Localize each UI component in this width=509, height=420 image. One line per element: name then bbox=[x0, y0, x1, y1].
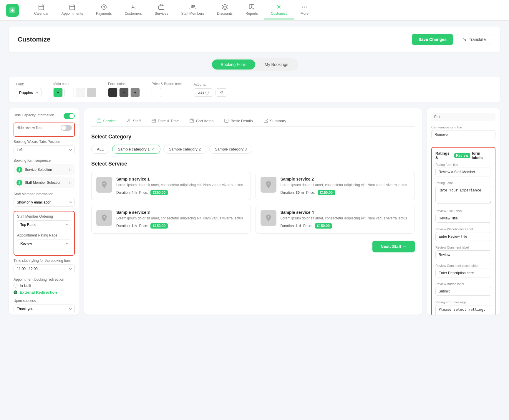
rp-edit-section: Edit bbox=[431, 113, 495, 121]
redirect-external[interactable]: External Redirection bbox=[14, 290, 75, 295]
swatch-white[interactable] bbox=[64, 88, 74, 97]
booking-tab-service[interactable]: Service bbox=[91, 115, 121, 127]
service-info-3: Sample service 3 Lorem ipsum dolor sit a… bbox=[116, 210, 246, 229]
drag-handle-1[interactable]: ⠿ bbox=[69, 167, 72, 172]
nav-customize[interactable]: Customize bbox=[264, 1, 294, 19]
svg-point-9 bbox=[278, 6, 280, 8]
font-select[interactable]: Poppins bbox=[16, 88, 42, 97]
rp-review-comment-label: Review Comment label bbox=[435, 246, 491, 249]
wizard-tabs-select[interactable]: Left bbox=[14, 145, 75, 154]
service-meta-1: Duration: 4 h Price: €350.00 bbox=[116, 190, 246, 195]
staff-info-select[interactable]: Show only email addr bbox=[14, 198, 75, 207]
rp-review-comment-input[interactable] bbox=[435, 250, 491, 259]
main-content: Customize Save Changes Translate Booking… bbox=[0, 21, 509, 320]
rp-rating-form-title-input[interactable] bbox=[435, 168, 491, 176]
rp-review-title-section: Review Title Label bbox=[435, 209, 491, 223]
rp-rating-label-textarea[interactable]: Rate Your Experience bbox=[435, 186, 491, 204]
seq-label-1: Service Selection bbox=[25, 168, 67, 172]
booking-tabs: Service Staff Date & Time Cart Items Bas… bbox=[91, 115, 415, 127]
cat-2[interactable]: Sample category 2 bbox=[163, 145, 206, 154]
cat-1-check: ✓ bbox=[152, 147, 155, 151]
booking-tab-basic-details[interactable]: Basic Details bbox=[219, 115, 258, 127]
swatch-gray[interactable] bbox=[87, 88, 96, 97]
booking-tab-datetime[interactable]: Date & Time bbox=[146, 115, 184, 127]
form-tabs-row: Booking Form My Bookings bbox=[9, 58, 500, 71]
swatch-price-white[interactable] bbox=[152, 88, 161, 97]
sequence-item-1: 1 Service Selection ⠿ bbox=[14, 164, 75, 175]
rp-review-comment-placeholder-section: Review Comment placeholder bbox=[435, 264, 491, 277]
three-column-layout: Hide Capacity Information Hide review fi… bbox=[9, 108, 500, 315]
rating-page-select[interactable]: Review bbox=[17, 239, 71, 248]
rp-cart-remove-section: Cart remove item title bbox=[431, 125, 495, 139]
swatch-green[interactable]: ▼ bbox=[53, 88, 63, 97]
rp-review-button-input[interactable] bbox=[435, 287, 491, 296]
form-options-bar: Font: Poppins Main color: ▼ Form color: … bbox=[9, 77, 500, 102]
upon-success-select[interactable]: Thank you bbox=[14, 305, 75, 313]
nav-appointments[interactable]: Appointments bbox=[55, 1, 89, 19]
cat-1[interactable]: Sample category 1 ✓ bbox=[112, 145, 160, 154]
booking-tab-staff[interactable]: Staff bbox=[121, 115, 146, 127]
service-card-2[interactable]: Sample service 2 Lorem ipsum dolor sit a… bbox=[256, 172, 415, 200]
svg-rect-15 bbox=[152, 119, 155, 123]
hide-capacity-toggle[interactable] bbox=[64, 113, 75, 119]
app-logo bbox=[6, 4, 19, 17]
service-card-1[interactable]: Sample service 1 Lorem ipsum dolor sit a… bbox=[91, 172, 251, 200]
nav-payments[interactable]: Payments bbox=[89, 1, 118, 19]
wizard-tabs-item: Booking Wizard Tabs Position Left bbox=[14, 140, 75, 154]
svg-rect-16 bbox=[225, 119, 228, 123]
service-img-icon-4 bbox=[264, 214, 273, 222]
booking-tab-cart[interactable]: Cart Items bbox=[184, 115, 219, 127]
seq-label-2: Staff Member Selection bbox=[25, 181, 67, 185]
translate-button[interactable]: Translate bbox=[457, 34, 491, 45]
rp-edit-label: Edit bbox=[431, 113, 495, 121]
hide-capacity-row: Hide Capacity Information bbox=[14, 113, 75, 119]
nav-customers[interactable]: Customers bbox=[118, 1, 148, 19]
service-card-3[interactable]: Sample service 3 Lorem ipsum dolor sit a… bbox=[91, 205, 251, 234]
rp-review-title-input[interactable] bbox=[435, 214, 491, 223]
cat-all[interactable]: ALL bbox=[91, 145, 109, 154]
rp-rating-error-textarea[interactable]: Please select ratting. bbox=[435, 305, 491, 315]
service-price-2: €150.00 bbox=[318, 190, 335, 195]
seq-num-2: 2 bbox=[16, 180, 22, 186]
refresh-button[interactable]: ↺ bbox=[215, 88, 227, 97]
staff-ordering-select[interactable]: Top Rated bbox=[17, 220, 71, 229]
time-slot-select[interactable]: 11:00 - 12:00 bbox=[14, 264, 75, 273]
next-staff-button[interactable]: Next: Staff → bbox=[372, 241, 415, 252]
tab-my-bookings[interactable]: My Bookings bbox=[256, 59, 297, 70]
nav-reports[interactable]: Reports bbox=[239, 1, 264, 19]
booking-tab-summary[interactable]: Summary bbox=[258, 115, 292, 127]
cart-tab-icon bbox=[189, 118, 194, 123]
swatch-medgray[interactable]: ▼ bbox=[130, 88, 140, 97]
time-slot-item: Time slot styling for the booking form 1… bbox=[14, 259, 75, 273]
nav-calendar[interactable]: Calendar bbox=[28, 1, 55, 19]
rp-cart-remove-input[interactable] bbox=[431, 130, 495, 139]
seq-num-1: 1 bbox=[16, 167, 22, 173]
nav-services[interactable]: Services bbox=[148, 1, 175, 19]
cat-3[interactable]: Sample category 3 bbox=[209, 145, 252, 154]
swatch-dark[interactable]: ▼ bbox=[108, 88, 117, 97]
rp-rating-error-label: Rating error message bbox=[435, 300, 491, 304]
service-card-4[interactable]: Sample service 4 Lorem ipsum dolor sit a… bbox=[256, 205, 415, 234]
actions-buttons: .css { } ↺ bbox=[194, 88, 227, 97]
right-panel: Edit Cart remove item title Ratings & Re… bbox=[427, 108, 500, 315]
drag-handle-2[interactable]: ⠿ bbox=[69, 180, 72, 185]
save-changes-button[interactable]: Save Changes bbox=[412, 34, 453, 45]
hide-review-toggle[interactable] bbox=[61, 125, 72, 131]
redirect-inbuilt[interactable]: In-built bbox=[14, 283, 75, 288]
nav-more[interactable]: More bbox=[294, 1, 315, 19]
svg-point-7 bbox=[193, 5, 195, 7]
tab-booking-form[interactable]: Booking Form bbox=[212, 59, 255, 70]
time-slot-label: Time slot styling for the booking form bbox=[14, 259, 75, 263]
form-color-label: Form color: bbox=[108, 82, 140, 86]
rp-review-comment-placeholder-input[interactable] bbox=[435, 269, 491, 277]
nav-discounts[interactable]: Discounts bbox=[210, 1, 239, 19]
select-category-title: Select Category bbox=[91, 134, 415, 140]
swatch-darkgray[interactable]: ▼ bbox=[119, 88, 129, 97]
service-info-1: Sample service 1 Lorem ipsum dolor sit a… bbox=[116, 177, 246, 195]
nav-staff-members[interactable]: Staff Members bbox=[175, 1, 210, 19]
rp-review-placeholder-input[interactable] bbox=[435, 232, 491, 241]
service-info-2: Sample service 2 Lorem ipsum dolor sit a… bbox=[281, 177, 410, 195]
rp-review-placeholder-section: Review Placeholder Label bbox=[435, 227, 491, 241]
swatch-lightgray[interactable] bbox=[76, 88, 85, 97]
css-button[interactable]: .css { } bbox=[194, 88, 213, 97]
